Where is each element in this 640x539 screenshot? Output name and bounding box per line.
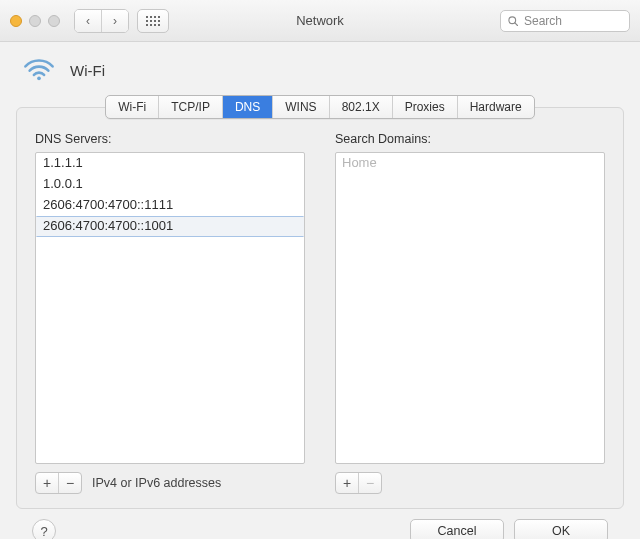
- search-domains-list[interactable]: Home: [335, 152, 605, 464]
- window-network: ‹ › Network Search: [0, 0, 640, 539]
- help-button[interactable]: ?: [32, 519, 56, 539]
- dns-server-row[interactable]: 1.0.0.1: [36, 174, 304, 195]
- show-all-button[interactable]: [137, 9, 169, 33]
- bottom-bar: ? Cancel OK: [16, 509, 624, 539]
- tab-wi-fi[interactable]: Wi-Fi: [106, 96, 158, 118]
- tab-hardware[interactable]: Hardware: [457, 96, 534, 118]
- settings-panel: DNS Servers: 1.1.1.11.0.0.12606:4700:470…: [16, 107, 624, 509]
- search-domains-column: Search Domains: Home + −: [335, 132, 605, 494]
- cancel-label: Cancel: [438, 524, 477, 538]
- search-domains-add-remove: + −: [335, 472, 382, 494]
- search-placeholder: Search: [524, 14, 562, 28]
- back-button[interactable]: ‹: [75, 10, 101, 32]
- search-domains-label: Search Domains:: [335, 132, 605, 146]
- connection-header: Wi-Fi: [16, 56, 624, 85]
- dns-add-remove: + −: [35, 472, 82, 494]
- titlebar: ‹ › Network Search: [0, 0, 640, 42]
- dns-server-row[interactable]: 1.1.1.1: [36, 153, 304, 174]
- svg-point-2: [37, 76, 41, 80]
- help-icon: ?: [40, 524, 47, 539]
- ok-label: OK: [552, 524, 570, 538]
- grid-icon: [146, 16, 160, 26]
- dns-servers-column: DNS Servers: 1.1.1.11.0.0.12606:4700:470…: [35, 132, 305, 494]
- forward-button[interactable]: ›: [101, 10, 128, 32]
- search-icon: [507, 15, 519, 27]
- connection-name: Wi-Fi: [70, 62, 105, 79]
- traffic-lights: [10, 15, 60, 27]
- search-field[interactable]: Search: [500, 10, 630, 32]
- search-domains-placeholder: Home: [336, 153, 604, 172]
- dns-servers-label: DNS Servers:: [35, 132, 305, 146]
- dns-add-button[interactable]: +: [36, 473, 58, 493]
- svg-line-1: [515, 22, 518, 25]
- cancel-button[interactable]: Cancel: [410, 519, 504, 539]
- tab-tcp-ip[interactable]: TCP/IP: [158, 96, 222, 118]
- zoom-window-button[interactable]: [48, 15, 60, 27]
- search-domains-add-button[interactable]: +: [336, 473, 358, 493]
- dns-remove-button[interactable]: −: [58, 473, 81, 493]
- chevron-right-icon: ›: [113, 14, 117, 28]
- close-window-button[interactable]: [10, 15, 22, 27]
- minimize-window-button[interactable]: [29, 15, 41, 27]
- dns-servers-list[interactable]: 1.1.1.11.0.0.12606:4700:4700::11112606:4…: [35, 152, 305, 464]
- tab-dns[interactable]: DNS: [222, 96, 272, 118]
- dns-server-row[interactable]: 2606:4700:4700::1001: [36, 216, 304, 237]
- tab-proxies[interactable]: Proxies: [392, 96, 457, 118]
- tab-802-1x[interactable]: 802.1X: [329, 96, 392, 118]
- dns-hint: IPv4 or IPv6 addresses: [92, 476, 221, 490]
- ok-button[interactable]: OK: [514, 519, 608, 539]
- dns-server-row[interactable]: 2606:4700:4700::1111: [36, 195, 304, 216]
- nav-buttons: ‹ ›: [74, 9, 129, 33]
- body: Wi-Fi Wi-FiTCP/IPDNSWINS802.1XProxiesHar…: [0, 42, 640, 539]
- tab-wins[interactable]: WINS: [272, 96, 328, 118]
- chevron-left-icon: ‹: [86, 14, 90, 28]
- search-domains-remove-button[interactable]: −: [358, 473, 381, 493]
- wifi-icon: [22, 56, 56, 85]
- tabs: Wi-FiTCP/IPDNSWINS802.1XProxiesHardware: [16, 95, 624, 119]
